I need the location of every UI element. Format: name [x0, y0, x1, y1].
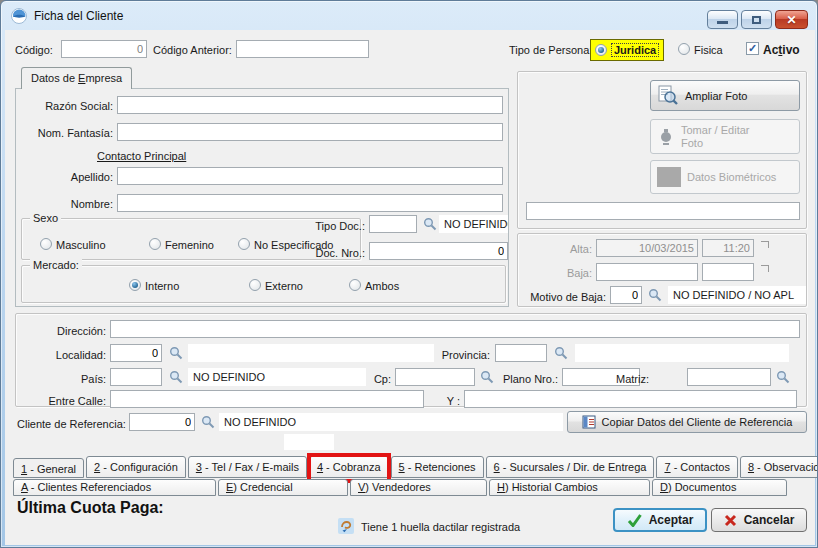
tab-5-retenciones[interactable]: 5 - Retenciones	[391, 456, 484, 478]
cliente-referencia-input[interactable]	[129, 413, 195, 431]
localidad-input[interactable]	[110, 344, 162, 362]
mercado-ambos-radio[interactable]	[349, 279, 361, 291]
nom-fantasia-input[interactable]	[117, 123, 503, 141]
motivo-baja-desc: NO DEFINIDO / NO APL	[668, 286, 806, 304]
referencia-extra-box	[284, 434, 334, 450]
title-bar[interactable]: Ficha del Cliente	[1, 1, 817, 30]
cliente-referencia-search-icon[interactable]	[200, 414, 216, 430]
doc-nro-label: Doc. Nro.:	[310, 247, 365, 259]
provincia-input[interactable]	[495, 344, 547, 362]
cp-input[interactable]	[395, 368, 475, 386]
apellido-label: Apellido:	[53, 171, 113, 183]
alta-label: Alta:	[532, 243, 592, 255]
cliente-referencia-label: Cliente de Referencia:	[17, 418, 126, 430]
mercado-group: Mercado: Interno Externo Ambos	[21, 265, 506, 303]
fisica-radio[interactable]	[678, 43, 690, 55]
matriz-input[interactable]	[687, 368, 771, 386]
nombre-label: Nombre:	[53, 198, 113, 210]
entre-calle-input[interactable]	[110, 390, 424, 408]
tab-strip-row1: 1 - General 2 - Configuración 3 - Tel / …	[13, 456, 818, 478]
juridica-label: Juridica	[611, 43, 659, 57]
contacto-principal-label: Contacto Principal	[97, 150, 186, 162]
mercado-interno-label: Interno	[145, 280, 179, 292]
baja-fecha-input[interactable]	[596, 263, 698, 281]
mercado-interno-radio[interactable]	[129, 279, 141, 291]
baja-hora-input[interactable]	[702, 263, 754, 281]
tab-strip-row2: A - Clientes Referenciados E) Credencial…	[13, 479, 789, 496]
tipo-doc-search-icon[interactable]	[422, 216, 438, 232]
check-green-icon	[627, 514, 642, 527]
cp-search-icon[interactable]	[479, 369, 495, 385]
tab-1-general[interactable]: 1 - General	[13, 458, 84, 478]
tab-2-configuracion[interactable]: 2 - Configuración	[86, 456, 186, 478]
tab-3-tel-fax-emails[interactable]: 3 - Tel / Fax / E-mails	[188, 456, 307, 478]
codigo-input[interactable]	[61, 40, 147, 58]
sexo-masculino-label: Masculino	[56, 239, 106, 251]
sexo-group-label: Sexo	[30, 212, 61, 224]
pais-search-icon[interactable]	[168, 369, 184, 385]
activo-checkbox[interactable]: ✓	[746, 42, 759, 55]
cancelar-button[interactable]: Cancelar	[711, 508, 807, 532]
minimize-button[interactable]	[707, 10, 738, 29]
sexo-femenino-radio[interactable]	[149, 238, 161, 250]
motivo-baja-input[interactable]	[610, 286, 642, 304]
razon-social-input[interactable]	[117, 96, 503, 114]
datos-biometricos-button: Datos Biométricos	[650, 160, 800, 194]
domicilio-group: Dirección: Localidad: Provincia: País: N…	[15, 313, 807, 407]
tab-datos-de-empresa[interactable]: Datos de Empresa	[21, 67, 132, 89]
tab-7-contactos[interactable]: 7 - Contactos	[656, 456, 737, 478]
motivo-baja-search-icon[interactable]	[647, 287, 663, 303]
codigo-anterior-label: Código Anterior:	[153, 44, 232, 56]
close-button[interactable]: ✕	[775, 10, 808, 29]
camera-icon	[657, 128, 675, 146]
juridica-radio[interactable]	[595, 44, 607, 56]
apellido-input[interactable]	[117, 167, 503, 185]
check-icon: ✓	[748, 43, 757, 54]
sexo-no-especificado-radio[interactable]	[238, 238, 250, 250]
baja-date-marks	[761, 265, 769, 272]
localidad-label: Localidad:	[20, 349, 106, 361]
ampliar-foto-button[interactable]: Ampliar Foto	[650, 80, 800, 111]
baja-label: Baja:	[532, 267, 592, 279]
y-input[interactable]	[464, 390, 797, 408]
mercado-externo-label: Externo	[265, 280, 303, 292]
window-controls: ✕	[707, 10, 808, 29]
tab-4-cobranza[interactable]: 4 - Cobranza	[309, 456, 389, 478]
mercado-externo-radio[interactable]	[249, 279, 261, 291]
provincia-search-icon[interactable]	[553, 345, 569, 361]
sexo-femenino-label: Femenino	[165, 239, 214, 251]
activo-label: Activo	[763, 44, 800, 56]
direccion-label: Dirección:	[20, 325, 106, 337]
nombre-input[interactable]	[117, 194, 503, 212]
sexo-masculino-radio[interactable]	[40, 238, 52, 250]
biometric-icon	[657, 167, 681, 187]
localidad-desc	[188, 344, 434, 362]
doc-nro-input[interactable]	[369, 242, 508, 260]
codigo-anterior-input[interactable]	[236, 40, 369, 58]
pais-desc: NO DEFINIDO	[188, 368, 366, 386]
tab-h-historial-cambios[interactable]: H) Historial Cambios	[489, 479, 650, 496]
tipo-persona-label: Tipo de Persona:	[509, 44, 592, 56]
tipo-persona-juridica-option[interactable]: Juridica	[590, 39, 664, 61]
foto-nota-input[interactable]	[526, 202, 800, 220]
copiar-datos-referencia-button[interactable]: Copiar Datos del Cliente de Referencia	[567, 411, 807, 433]
tab-6-sucursales[interactable]: 6 - Sucursales / Dir. de Entrega	[486, 456, 655, 478]
matriz-search-icon[interactable]	[775, 369, 791, 385]
aceptar-button[interactable]: Aceptar	[613, 508, 707, 532]
tipo-doc-input[interactable]	[369, 215, 417, 233]
localidad-search-icon[interactable]	[168, 345, 184, 361]
tab-a-clientes-referenciados[interactable]: A - Clientes Referenciados	[13, 479, 216, 496]
tab-e-credencial[interactable]: E) Credencial	[218, 479, 348, 496]
minimize-icon	[717, 21, 728, 24]
fisica-label: Fisica	[694, 44, 723, 56]
cross-red-icon	[724, 514, 737, 527]
maximize-button[interactable]	[741, 10, 772, 29]
alta-fecha-input	[596, 239, 698, 257]
direccion-input[interactable]	[110, 320, 800, 338]
tab-8-observaciones[interactable]: 8 - Observaciones	[740, 456, 818, 478]
window-title: Ficha del Cliente	[34, 9, 123, 23]
pais-input[interactable]	[110, 368, 162, 386]
tab-d-documentos[interactable]: D) Documentos	[652, 479, 787, 496]
tab-v-vendedores[interactable]: V) Vendedores	[350, 479, 487, 496]
dialog-client-area: Código: Código Anterior: Tipo de Persona…	[5, 30, 815, 545]
